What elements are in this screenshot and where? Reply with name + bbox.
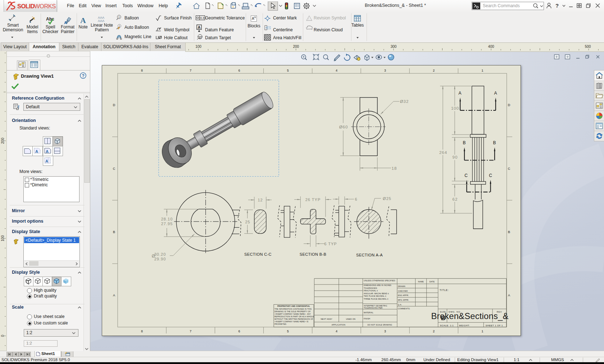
svg-text:SECTION B-B: SECTION B-B [300, 252, 327, 256]
svg-text:SECTION A-A: SECTION A-A [356, 253, 383, 257]
svg-text:400: 400 [488, 45, 494, 49]
svg-text:D: D [113, 103, 115, 107]
svg-text:<INSERT COMPANY NAME HERE>. A: <INSERT COMPANY NAME HERE>. ANY [274, 313, 311, 315]
svg-text:18: 18 [392, 166, 397, 170]
svg-text:UNLESS OTHERWISE SPECIFIED:: UNLESS OTHERWISE SPECIFIED: [364, 279, 396, 282]
svg-text:8: 8 [141, 69, 143, 72]
svg-text:5: 5 [287, 69, 289, 72]
svg-text:THE INFORMATION CONTAINED IN T: THE INFORMATION CONTAINED IN THIS [274, 308, 312, 310]
svg-text:264: 264 [439, 150, 447, 155]
svg-text:DATE: DATE [430, 281, 435, 283]
svg-text:0: 0 [1, 335, 5, 337]
svg-text:TWO PLACE DECIMAL ±: TWO PLACE DECIMAL ± [364, 295, 386, 297]
svg-text:B: B [508, 230, 510, 234]
svg-text:MFG APPR.: MFG APPR. [398, 299, 409, 301]
svg-text:D: D [508, 103, 510, 107]
svg-text:6 TYP: 6 TYP [324, 242, 337, 246]
svg-text:100: 100 [451, 106, 459, 110]
svg-text:4: 4 [336, 69, 337, 72]
svg-text:Ø60: Ø60 [339, 125, 348, 129]
svg-text:300: 300 [391, 45, 397, 49]
svg-text:A: A [46, 149, 49, 154]
svg-text:1: 1 [118, 16, 120, 18]
svg-text:2: 2 [433, 69, 435, 72]
svg-text:PROHIBITED.: PROHIBITED. [274, 323, 287, 325]
svg-text:Broken&Sections_&: Broken&Sections_& [431, 311, 508, 321]
svg-text:A: A [35, 149, 38, 154]
svg-text:FINISH: FINISH [364, 318, 370, 320]
svg-text:SECTION C-C: SECTION C-C [244, 252, 272, 256]
svg-text:TOLERANCING PER:: TOLERANCING PER: [364, 307, 383, 309]
svg-text:SHEET 1 OF 1: SHEET 1 OF 1 [486, 324, 503, 327]
svg-text:7: 7 [190, 329, 191, 333]
svg-text:12: 12 [258, 198, 263, 202]
svg-text:A: A [113, 294, 115, 297]
svg-text:Abc: Abc [46, 17, 54, 22]
svg-text:1: 1 [481, 69, 483, 72]
svg-text:3: 3 [384, 69, 386, 72]
svg-text:FRACTIONAL ±: FRACTIONAL ± [364, 290, 378, 292]
svg-text:APPLICATION: APPLICATION [332, 324, 346, 326]
svg-text:DO NOT SCALE DRAWING: DO NOT SCALE DRAWING [368, 324, 392, 326]
svg-text:WEIGHT:: WEIGHT: [459, 324, 470, 327]
svg-text:A: A [252, 17, 254, 21]
svg-text:1: 1 [481, 329, 483, 333]
svg-text:C: C [464, 173, 468, 178]
svg-text:DIMENSIONS ARE IN INCHES: DIMENSIONS ARE IN INCHES [364, 284, 391, 286]
svg-text:6: 6 [238, 69, 240, 72]
svg-text:C: C [113, 167, 115, 170]
svg-text:A: A [45, 159, 48, 163]
svg-text:COMMENTS:: COMMENTS: [398, 308, 410, 310]
svg-text:A: A [198, 25, 201, 29]
svg-text:NEXT ASSY: NEXT ASSY [321, 318, 332, 320]
svg-text:6: 6 [355, 197, 357, 201]
svg-text:100: 100 [195, 45, 201, 49]
svg-text:Ø25: Ø25 [383, 196, 391, 201]
svg-text:ANGULAR: MACH± BEND ±: ANGULAR: MACH± BEND ± [364, 292, 389, 295]
svg-text:A: A [80, 16, 86, 24]
svg-text:30.20: 30.20 [154, 252, 166, 256]
svg-text:B: B [463, 140, 466, 145]
svg-text:<INSERT COMPANY NAME HERE> IS: <INSERT COMPANY NAME HERE> IS [274, 321, 309, 323]
svg-text:C: C [489, 173, 492, 178]
svg-text:6: 6 [238, 329, 240, 333]
svg-text:Q.A.: Q.A. [398, 304, 402, 306]
svg-text:29.90: 29.90 [154, 257, 166, 261]
svg-text:Ø32: Ø32 [400, 99, 409, 104]
svg-text:2: 2 [433, 329, 435, 333]
svg-text:NAME: NAME [418, 281, 424, 283]
svg-text:0.3: 0.3 [200, 16, 204, 20]
svg-text:200: 200 [293, 45, 299, 49]
svg-text:B: B [493, 140, 496, 145]
svg-text:200: 200 [1, 138, 5, 144]
svg-text:?: ? [82, 73, 85, 78]
svg-text:?: ? [555, 3, 559, 9]
svg-text:SCALE: 1:1: SCALE: 1:1 [440, 324, 454, 327]
svg-text:DRAWING IS THE SOLE PROPERTY O: DRAWING IS THE SOLE PROPERTY OF [274, 311, 310, 313]
svg-text:90: 90 [453, 155, 458, 159]
svg-text:26 TYP: 26 TYP [305, 197, 321, 202]
svg-text:3: 3 [384, 329, 386, 333]
svg-text:TITLE:: TITLE: [440, 289, 449, 291]
svg-text:WITHOUT THE WRITTEN PERMISSION: WITHOUT THE WRITTEN PERMISSION OF [274, 318, 313, 320]
svg-text:C: C [508, 167, 510, 170]
svg-text:REPRODUCTION IN PART OR AS A W: REPRODUCTION IN PART OR AS A WHOLE [274, 316, 314, 318]
svg-text:THREE PLACE DECIMAL ±: THREE PLACE DECIMAL ± [364, 298, 389, 300]
svg-text:A1: A1 [199, 37, 202, 39]
svg-text:Ø: Ø [152, 254, 155, 259]
svg-text:MATERIAL: MATERIAL [364, 311, 373, 314]
svg-text:A: A [458, 91, 462, 96]
svg-text:ENG APPR.: ENG APPR. [398, 294, 409, 296]
svg-text:CHECKED: CHECKED [398, 290, 408, 292]
svg-text:PROPRIETARY AND CONFIDENTIAL: PROPRIETARY AND CONFIDENTIAL [277, 305, 310, 307]
svg-text:5: 5 [287, 329, 289, 333]
svg-text:A: A [494, 91, 497, 96]
svg-text:!: ! [308, 17, 309, 21]
svg-text:62: 62 [453, 197, 458, 201]
svg-text:28.10: 28.10 [161, 217, 173, 221]
svg-text:TOLERANCES:: TOLERANCES: [364, 287, 378, 289]
svg-text:AAA: AAA [98, 19, 104, 22]
svg-text:27.95: 27.95 [161, 222, 173, 226]
svg-text:100: 100 [1, 235, 5, 241]
svg-text:SOLID: SOLID [17, 3, 35, 9]
